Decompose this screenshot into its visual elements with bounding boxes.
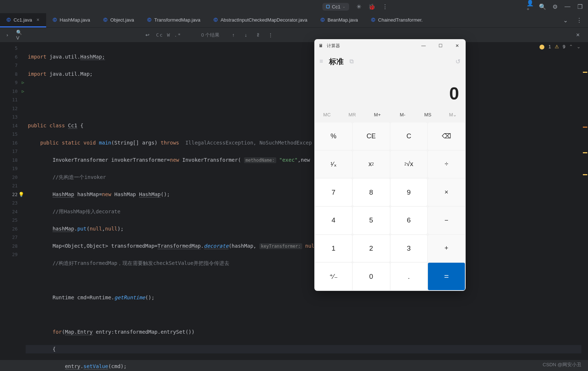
tab-transformedmap[interactable]: ⒸTransformedMap.java (141, 13, 207, 27)
key-6[interactable]: 6 (391, 207, 428, 234)
calc-display: 0 (314, 71, 466, 107)
find-more-icon[interactable]: ⋮ (267, 31, 274, 39)
find-search-icon[interactable]: 🔍ᐯ (16, 31, 23, 39)
key-2[interactable]: 2 (353, 235, 390, 262)
mem-mc[interactable]: MC (314, 107, 340, 122)
hamburger-icon[interactable]: ≡ (319, 58, 323, 65)
match-case-toggle[interactable]: Cc (156, 32, 163, 38)
calc-maximize-icon[interactable]: ☐ (432, 39, 449, 52)
tab-cc1[interactable]: ⒸCc1.java× (0, 13, 46, 27)
search-icon[interactable]: 🔍 (539, 3, 546, 10)
key-minus[interactable]: − (428, 207, 465, 234)
run-gutter-icon[interactable]: ▷ (22, 89, 24, 94)
key-percent[interactable]: % (315, 123, 352, 150)
tab-label: ChainedTransformer. (378, 17, 423, 23)
tab-label: AbstractInputCheckedMapDecorator.java (221, 17, 307, 23)
calc-titlebar[interactable]: 🖩 计算器 ― ☐ ✕ (314, 39, 466, 52)
loading-spinner-icon: ✳ (355, 3, 362, 10)
key-sqrt[interactable]: 2√x (391, 151, 428, 178)
settings-icon[interactable]: ⚙ (551, 3, 559, 10)
key-8[interactable]: 8 (353, 179, 390, 206)
mem-mr[interactable]: MR (340, 107, 365, 122)
find-bar: › 🔍ᐯ ↩ Cc W .* 0 个结果 ↑ ↓ ⫔ ⋮ ✕ (0, 28, 588, 42)
mem-mplus[interactable]: M+ (365, 107, 390, 122)
error-stripe[interactable] (581, 42, 588, 360)
find-prev-icon[interactable]: ↑ (230, 31, 237, 39)
calc-mode-label: 标准 (329, 57, 344, 67)
mem-mdropdown[interactable]: M⌄ (440, 107, 466, 122)
run-config-icon (326, 5, 330, 8)
tab-label: Object.java (110, 17, 134, 23)
maximize-icon[interactable]: ❐ (576, 3, 584, 10)
mem-mminus[interactable]: M- (390, 107, 415, 122)
key-reciprocal[interactable]: ¹⁄ₓ (315, 151, 352, 178)
java-file-icon: Ⓒ (7, 17, 11, 23)
find-results-count: 0 个结果 (201, 32, 219, 38)
calculator-window: 🖩 计算器 ― ☐ ✕ ≡ 标准 ⧉ ↺ 0 MC MR M+ M- MS M⌄… (314, 39, 466, 291)
find-next-icon[interactable]: ↓ (242, 31, 249, 39)
key-divide[interactable]: ÷ (428, 151, 465, 178)
tab-chained[interactable]: ⒸChainedTransformer. (365, 13, 429, 27)
code-editor[interactable]: 5678 9▷ 10▷ 11121314 15161718 192021 22💡… (0, 42, 588, 360)
intention-bulb-icon[interactable]: 💡 (18, 192, 24, 197)
whole-word-toggle[interactable]: W (167, 32, 171, 38)
tab-beanmap[interactable]: ⒸBeanMap.java (314, 13, 365, 27)
minimize-icon[interactable]: ― (564, 3, 571, 10)
key-1[interactable]: 1 (315, 235, 352, 262)
run-config-label: Cc1 (332, 4, 340, 10)
key-multiply[interactable]: × (428, 179, 465, 206)
history-icon[interactable]: ↺ (455, 58, 461, 65)
calc-close-icon[interactable]: ✕ (449, 39, 466, 52)
key-4[interactable]: 4 (315, 207, 352, 234)
debug-icon[interactable]: 🐞 (368, 3, 376, 10)
key-negate[interactable]: ⁺⁄₋ (315, 263, 352, 290)
key-9[interactable]: 9 (391, 179, 428, 206)
regex-toggle[interactable]: .* (174, 32, 181, 38)
key-ce[interactable]: CE (353, 123, 390, 150)
add-user-icon[interactable]: 👤⁺ (526, 3, 534, 10)
key-equals[interactable]: = (428, 263, 465, 290)
tabs-dropdown-icon[interactable]: ⌄ (562, 17, 569, 24)
chevron-down-icon: ⌄ (343, 5, 345, 8)
tab-label: HashMap.java (60, 17, 90, 23)
run-config-selector[interactable]: Cc1 ⌄ (322, 3, 349, 11)
tab-label: BeanMap.java (328, 17, 358, 23)
filter-icon[interactable]: ⫔ (255, 31, 262, 39)
find-history-icon[interactable]: ↩ (144, 31, 151, 39)
more-icon[interactable]: ⋮ (381, 3, 389, 10)
key-0[interactable]: 0 (353, 263, 390, 290)
java-file-icon: Ⓒ (53, 17, 57, 23)
key-c[interactable]: C (391, 123, 428, 150)
key-plus[interactable]: + (428, 235, 465, 262)
gutter: 5678 9▷ 10▷ 11121314 15161718 192021 22💡… (0, 42, 26, 360)
chevron-up-icon: ⌃ (569, 44, 573, 49)
java-file-icon: Ⓒ (321, 17, 325, 23)
code-area[interactable]: import java.util.HashMap; import java.ut… (26, 42, 588, 360)
keep-on-top-icon[interactable]: ⧉ (350, 58, 354, 65)
find-chevron-icon[interactable]: › (4, 31, 11, 39)
run-gutter-icon[interactable]: ▷ (22, 80, 24, 85)
calc-minimize-icon[interactable]: ― (415, 39, 432, 52)
key-3[interactable]: 3 (391, 235, 428, 262)
key-5[interactable]: 5 (353, 207, 390, 234)
find-close-icon[interactable]: ✕ (574, 31, 581, 39)
key-square[interactable]: x2 (353, 151, 390, 178)
mem-ms[interactable]: MS (415, 107, 440, 122)
tab-hashmap[interactable]: ⒸHashMap.java (46, 13, 97, 27)
key-7[interactable]: 7 (315, 179, 352, 206)
calc-app-icon: 🖩 (319, 43, 323, 48)
tab-object[interactable]: ⒸObject.java (97, 13, 141, 27)
tab-label: Cc1.java (14, 17, 32, 23)
watermark: CSDN @网安小丑 (543, 361, 581, 368)
tab-abstractinput[interactable]: ⒸAbstractInputCheckedMapDecorator.java (207, 13, 314, 27)
tabs-more-icon[interactable]: ⋮ (576, 17, 583, 24)
warning-icon: ⬤ (539, 44, 545, 49)
key-decimal[interactable]: . (391, 263, 428, 290)
find-options[interactable]: Cc W .* (156, 32, 181, 38)
calc-title-text: 计算器 (327, 43, 340, 49)
java-file-icon: Ⓒ (147, 17, 151, 23)
java-file-icon: Ⓒ (214, 17, 218, 23)
close-icon[interactable]: × (37, 17, 40, 23)
key-backspace[interactable]: ⌫ (428, 123, 465, 150)
inspection-indicator[interactable]: ⬤1 ⚠9 ⌃ ⌄ (539, 44, 581, 49)
